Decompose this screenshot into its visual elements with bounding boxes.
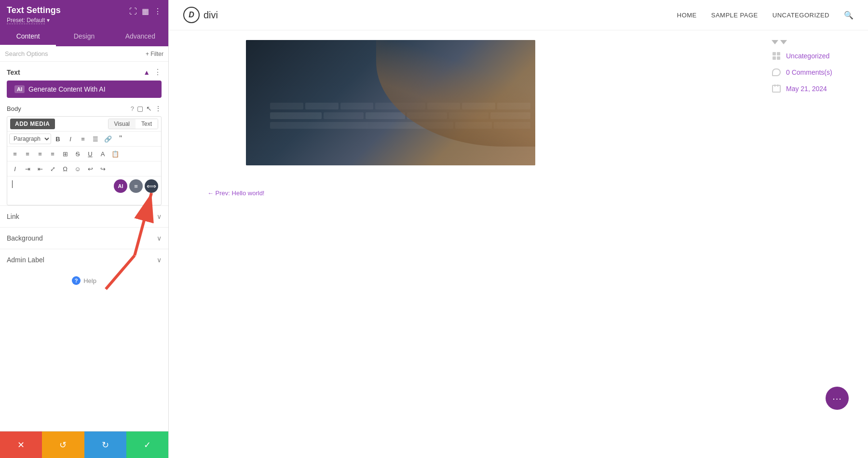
- panel-header-icons: ⛶ ▦ ⋮: [129, 7, 162, 16]
- help-row[interactable]: ? Help: [0, 270, 168, 291]
- ai-inline-icon[interactable]: AI: [114, 179, 127, 193]
- visual-text-toggle: Visual Text: [108, 119, 158, 129]
- background-section-title: Background: [7, 234, 43, 242]
- link-section: Link ∨: [0, 205, 168, 227]
- collapse-icon[interactable]: ▲: [143, 68, 150, 76]
- arrow-inline-icon[interactable]: ⟺: [145, 179, 158, 193]
- link-section-header[interactable]: Link ∨: [0, 206, 168, 227]
- fullscreen-icon[interactable]: ⛶: [129, 7, 137, 16]
- blockquote-icon[interactable]: ": [115, 133, 126, 145]
- toolbar-row-2: ≡ ≡ ≡ ≡ ⊞ S U A 📋: [7, 147, 161, 162]
- device-icon[interactable]: ▢: [137, 105, 143, 112]
- site-logo: D divi: [183, 7, 218, 23]
- align-center-icon[interactable]: ≡: [22, 148, 33, 160]
- emoji-icon[interactable]: ☺: [72, 163, 83, 175]
- panel-tabs: Content Design Advanced: [0, 27, 168, 46]
- indent-icon[interactable]: ⇥: [22, 163, 33, 175]
- more-body-icon[interactable]: ⋮: [155, 105, 162, 112]
- filter-button[interactable]: + Filter: [146, 51, 163, 57]
- search-input[interactable]: [5, 50, 143, 57]
- columns-icon[interactable]: ▦: [142, 7, 149, 16]
- link-icon[interactable]: 🔗: [102, 133, 114, 145]
- sidebar-category: Uncategorized: [772, 51, 868, 61]
- italic-icon[interactable]: I: [65, 133, 76, 145]
- nav-search-icon[interactable]: 🔍: [844, 11, 854, 20]
- tab-content[interactable]: Content: [0, 27, 56, 46]
- text-section-header[interactable]: Text ▲ ⋮: [0, 62, 168, 81]
- visual-tab[interactable]: Visual: [108, 119, 136, 129]
- add-media-button[interactable]: ADD MEDIA: [10, 119, 55, 129]
- toolbar-row-3: I ⇥ ⇤ ⤢ Ω ☺ ↩ ↪: [7, 162, 161, 176]
- align-justify-icon[interactable]: ≡: [47, 148, 58, 160]
- omega-icon[interactable]: Ω: [59, 163, 71, 175]
- align-right-icon[interactable]: ≡: [34, 148, 46, 160]
- table-icon[interactable]: ⊞: [59, 148, 71, 160]
- nav-home[interactable]: HOME: [677, 12, 697, 19]
- italic2-icon[interactable]: I: [9, 163, 21, 175]
- settings-panel: Text Settings Preset: Default ▾ ⛶ ▦ ⋮ Co…: [0, 0, 169, 458]
- sort-arrow-2: [780, 40, 787, 44]
- website-preview: D divi HOME SAMPLE PAGE UNCATEGORIZED 🔍: [169, 0, 868, 458]
- ai-generate-button[interactable]: AI Generate Content With AI: [7, 81, 162, 98]
- ai-button-label: Generate Content With AI: [28, 85, 106, 93]
- cursor-icon[interactable]: ↖: [146, 105, 152, 112]
- search-bar: + Filter: [0, 46, 168, 62]
- undo-button[interactable]: ↺: [42, 431, 84, 458]
- align-left-icon[interactable]: ≡: [9, 148, 21, 160]
- paste-icon[interactable]: 📋: [109, 148, 121, 160]
- cancel-button[interactable]: ✕: [0, 431, 42, 458]
- floating-dots-button[interactable]: ···: [826, 387, 849, 410]
- outdent-icon[interactable]: ⇤: [34, 163, 46, 175]
- nav-uncategorized[interactable]: UNCATEGORIZED: [773, 12, 829, 19]
- admin-label-section-header[interactable]: Admin Label ∨: [0, 249, 168, 270]
- redo-button[interactable]: ↻: [84, 431, 126, 458]
- undo2-icon[interactable]: ↩: [84, 163, 96, 175]
- unordered-list-icon[interactable]: ≡: [77, 133, 89, 145]
- background-section-header[interactable]: Background ∨: [0, 228, 168, 249]
- underline-icon[interactable]: U: [84, 148, 96, 160]
- text-tab[interactable]: Text: [136, 119, 158, 129]
- paragraph-select[interactable]: Paragraph: [9, 134, 51, 144]
- calendar-icon: [772, 84, 781, 94]
- nav-sample-page[interactable]: SAMPLE PAGE: [711, 12, 758, 19]
- prev-link[interactable]: ← Prev: Hello world!: [207, 189, 868, 197]
- help-label: Help: [83, 277, 96, 284]
- help-icon-body[interactable]: ?: [131, 105, 134, 112]
- lines-inline-icon[interactable]: ≡: [129, 179, 143, 193]
- site-nav: D divi HOME SAMPLE PAGE UNCATEGORIZED 🔍: [169, 0, 868, 30]
- panel-title: Text Settings: [7, 5, 61, 16]
- comments-text[interactable]: 0 Comments(s): [786, 68, 832, 76]
- redo2-icon[interactable]: ↪: [97, 163, 108, 175]
- logo-name: divi: [203, 10, 218, 21]
- section-more-icon[interactable]: ⋮: [154, 67, 162, 77]
- category-icon: [772, 51, 781, 61]
- ordered-list-icon[interactable]: ☰: [90, 133, 101, 145]
- category-text[interactable]: Uncategorized: [786, 52, 829, 60]
- toolbar-row-1: Paragraph B I ≡ ☰ 🔗 ": [7, 132, 161, 147]
- link-chevron-icon: ∨: [157, 213, 162, 220]
- sidebar-date: May 21, 2024: [772, 84, 868, 94]
- editor-toolbar: ADD MEDIA Visual Text Paragraph B I ≡ ☰ …: [7, 116, 162, 205]
- admin-label-chevron-icon: ∨: [157, 256, 162, 264]
- text-color-icon[interactable]: A: [97, 148, 108, 160]
- cancel-icon: ✕: [17, 440, 25, 450]
- hero-image: [246, 40, 535, 165]
- tab-design[interactable]: Design: [56, 27, 112, 46]
- panel-bottom-toolbar: ✕ ↺ ↻ ✓: [0, 431, 168, 458]
- panel-preset[interactable]: Preset: Default ▾: [7, 17, 61, 24]
- undo-icon: ↺: [59, 440, 67, 450]
- editor-area[interactable]: AI ≡ ⟺: [7, 176, 161, 205]
- link-section-title: Link: [7, 213, 19, 220]
- tab-advanced[interactable]: Advanced: [112, 27, 168, 46]
- ai-icon: AI: [14, 85, 25, 93]
- expand-icon[interactable]: ⤢: [47, 163, 58, 175]
- text-section-title: Text: [7, 68, 20, 76]
- date-text[interactable]: May 21, 2024: [786, 85, 827, 93]
- strikethrough-icon[interactable]: S: [72, 148, 83, 160]
- main-area: D divi HOME SAMPLE PAGE UNCATEGORIZED 🔍: [169, 0, 868, 458]
- editor-floating-icons: AI ≡ ⟺: [114, 179, 158, 193]
- save-button[interactable]: ✓: [126, 431, 168, 458]
- bold-icon[interactable]: B: [52, 133, 64, 145]
- site-nav-links: HOME SAMPLE PAGE UNCATEGORIZED 🔍: [677, 11, 854, 20]
- more-icon[interactable]: ⋮: [154, 7, 162, 16]
